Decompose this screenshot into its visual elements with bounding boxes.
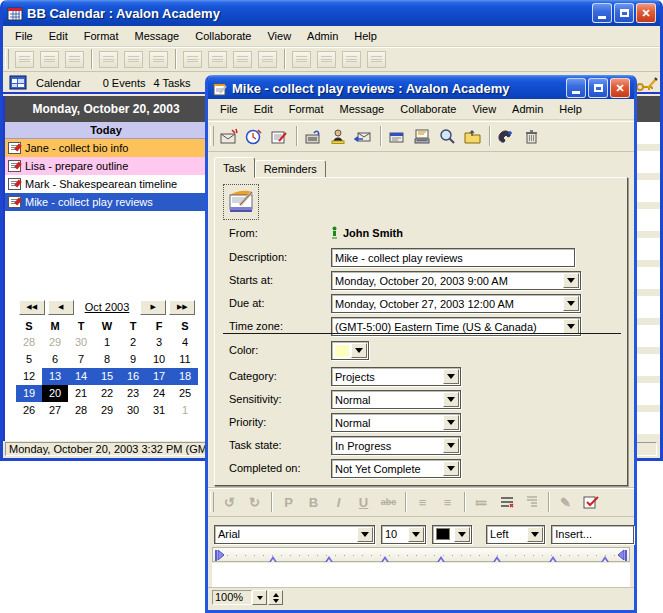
tab-stop-marker[interactable] [601,552,609,562]
calendar-day[interactable]: 11 [172,351,198,368]
calendar-day[interactable]: 27 [42,402,68,419]
dialog-titlebar[interactable]: Mike - collect play reviews : Avalon Aca… [208,75,634,101]
new-message-icon[interactable] [217,124,242,148]
alignment-dropdown[interactable]: Left [486,525,545,544]
multiweek-view-icon[interactable] [255,47,280,71]
menu-admin[interactable]: Admin [299,28,346,44]
new-message-icon[interactable] [12,47,37,71]
month-view-icon[interactable] [205,47,230,71]
tools-icon[interactable] [339,47,364,71]
calendar-day[interactable]: 29 [94,402,120,419]
undo-icon[interactable]: ↺ [217,490,242,514]
delete-icon[interactable] [146,47,171,71]
right-indent-marker[interactable] [614,549,627,562]
toolbar-grip[interactable] [210,126,214,146]
calendar-day[interactable]: 29 [42,334,68,351]
calendar-day[interactable]: 26 [16,402,42,419]
zoom-dropdown-arrow-icon[interactable] [252,590,267,605]
dialog-maximize-button[interactable] [588,78,608,98]
spellcheck-icon[interactable] [578,490,603,514]
font-color-dropdown[interactable] [432,525,472,544]
calendar-day[interactable]: 23 [120,385,146,402]
calendar-day[interactable]: 3 [146,334,172,351]
calendar-day[interactable]: 2 [120,334,146,351]
calendar-day-selected[interactable]: 19 [16,385,42,402]
calendar-day[interactable]: 22 [94,385,120,402]
calendar-day[interactable]: 12 [16,368,42,385]
task-row[interactable]: Mark - Shakespearean timeline [5,175,207,193]
menu-edit[interactable]: Edit [41,28,76,44]
due-at-dropdown[interactable]: Monday, October 27, 2003 12:00 AM [331,294,581,313]
calendar-day[interactable]: 28 [16,334,42,351]
priority-dropdown[interactable]: Normal [331,413,461,432]
calendar-day[interactable]: 10 [146,351,172,368]
calendar-day[interactable]: 28 [68,402,94,419]
task-row[interactable]: Jane - collect bio info [5,139,207,157]
dialog-menu-help[interactable]: Help [551,101,590,117]
calendar-day[interactable]: 1 [94,334,120,351]
dropdown-arrow-icon[interactable] [563,273,579,288]
toolbar-grip[interactable] [210,492,214,512]
tab-stop-marker[interactable] [325,552,333,562]
dialog-minimize-button[interactable] [566,78,586,98]
zoom-spinner[interactable] [268,590,283,605]
color-dropdown[interactable] [331,341,369,360]
calendar-day[interactable]: 30 [120,402,146,419]
task-list-icon[interactable] [96,47,121,71]
tab-stop-marker[interactable] [493,552,501,562]
italic-icon[interactable]: I [326,490,351,514]
checklist-icon[interactable] [494,490,519,514]
next-year-button[interactable]: ▶▶ [169,300,195,315]
task-state-dropdown[interactable]: In Progress [331,436,461,455]
completed-on-dropdown[interactable]: Not Yet Complete [331,459,461,478]
send-to-computer-icon[interactable] [410,124,435,148]
dropdown-arrow-icon[interactable] [408,527,424,542]
calendar-day[interactable]: 21 [68,385,94,402]
dialog-menu-format[interactable]: Format [281,101,332,117]
dropdown-arrow-icon[interactable] [443,415,459,430]
calendar-day[interactable]: 7 [68,351,94,368]
week-view-icon[interactable] [230,47,255,71]
tab-stop-marker[interactable] [381,552,389,562]
file-message-icon[interactable] [460,124,485,148]
dropdown-arrow-icon[interactable] [357,527,373,542]
prev-month-button[interactable]: ◀ [48,300,74,315]
dropdown-arrow-icon[interactable] [527,527,543,542]
dialog-menu-collaborate[interactable]: Collaborate [392,101,464,117]
dialog-menu-message[interactable]: Message [332,101,393,117]
calendar-day[interactable]: 9 [120,351,146,368]
calendar-day[interactable]: 30 [68,334,94,351]
calendar-day[interactable]: 4 [172,334,198,351]
tab-stop-marker[interactable] [269,552,277,562]
delete-icon[interactable] [519,124,544,148]
dropdown-arrow-icon[interactable] [443,461,459,476]
calendar-day-selected[interactable]: 16 [120,368,146,385]
dialog-menu-file[interactable]: File [212,101,246,117]
reply-icon[interactable] [351,124,376,148]
presence-icon[interactable] [326,124,351,148]
bold-icon[interactable]: B [301,490,326,514]
dropdown-arrow-icon[interactable] [563,296,579,311]
description-input[interactable]: Mike - collect play reviews [331,248,575,267]
new-event-icon[interactable] [37,47,62,71]
day-view-icon[interactable] [180,47,205,71]
calendar-day-today[interactable]: 20 [42,385,68,402]
dropdown-arrow-icon[interactable] [563,319,579,334]
next-month-button[interactable]: ▶ [140,300,166,315]
dropdown-arrow-icon[interactable] [454,527,470,542]
strikethrough-icon[interactable]: abc [376,490,401,514]
dialog-menu-view[interactable]: View [464,101,504,117]
dialog-close-button[interactable]: ✕ [610,78,630,98]
search-icon[interactable] [435,124,460,148]
left-indent-marker[interactable] [215,549,228,562]
toolbar-grip[interactable] [5,49,9,69]
calendar-day[interactable]: 5 [16,351,42,368]
font-name-dropdown[interactable]: Arial [214,525,375,544]
align-left-icon[interactable]: ≡ [410,490,435,514]
sensitivity-dropdown[interactable]: Normal [331,390,461,409]
tab-reminders[interactable]: Reminders [255,160,326,178]
description-editor-area[interactable] [212,563,630,587]
tab-stop-marker[interactable] [549,552,557,562]
new-task-icon[interactable] [267,124,292,148]
calendar-day[interactable]: 1 [172,402,198,419]
